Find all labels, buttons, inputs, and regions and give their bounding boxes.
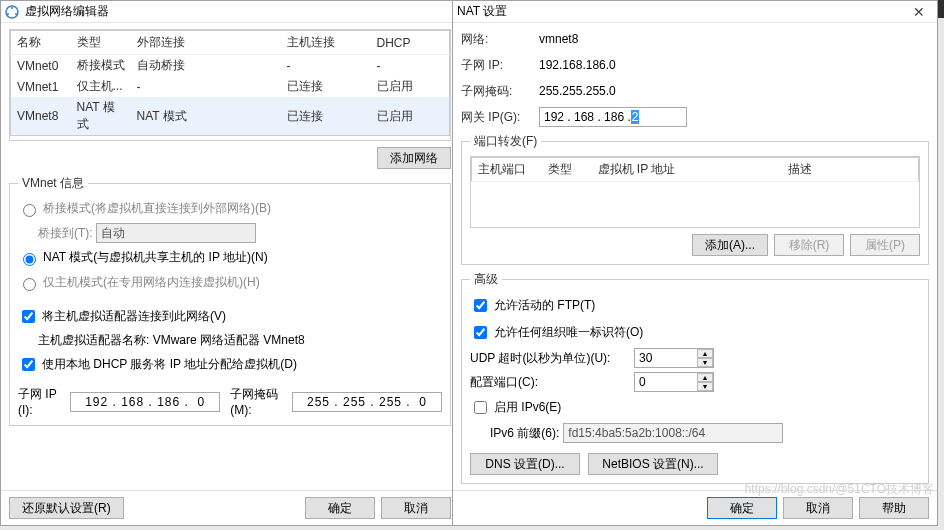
col-vmip[interactable]: 虚拟机 IP 地址 (592, 158, 782, 182)
subnet-mask-field[interactable] (292, 392, 442, 412)
advanced-group: 高级 允许活动的 FTP(T) 允许任何组织唯一标识符(O) UDP 超时(以秒… (461, 271, 929, 484)
col-host[interactable]: 主机连接 (281, 31, 371, 55)
table-row[interactable]: VMnet1仅主机...-已连接已启用 (11, 76, 450, 97)
subnet-mask-label: 子网掩码(M): (230, 386, 282, 417)
network-table[interactable]: 名称 类型 外部连接 主机连接 DHCP VMnet0桥接模式自动桥接-- VM… (9, 29, 451, 141)
gateway-label: 网关 IP(G): (461, 109, 533, 126)
pf-remove-button: 移除(R) (774, 234, 844, 256)
vmnet-info-legend: VMnet 信息 (18, 175, 88, 192)
ok-button[interactable]: 确定 (305, 497, 375, 519)
subnet-value: 192.168.186.0 (539, 58, 616, 72)
nat-settings-window: NAT 设置 ✕ 网络:vmnet8 子网 IP:192.168.186.0 子… (452, 0, 938, 526)
nat-cancel-button[interactable]: 取消 (783, 497, 853, 519)
app-icon (5, 5, 19, 19)
restore-defaults-button[interactable]: 还原默认设置(R) (9, 497, 124, 519)
nat-titlebar[interactable]: NAT 设置 ✕ (453, 1, 937, 23)
cancel-button[interactable]: 取消 (381, 497, 451, 519)
advanced-legend: 高级 (470, 271, 502, 288)
col-desc[interactable]: 描述 (782, 158, 919, 182)
svg-point-1 (11, 7, 13, 9)
nat-title: NAT 设置 (457, 3, 905, 20)
vnet-title: 虚拟网络编辑器 (25, 3, 455, 20)
table-row[interactable]: VMnet0桥接模式自动桥接-- (11, 55, 450, 77)
port-forward-table[interactable]: 主机端口 类型 虚拟机 IP 地址 描述 (470, 156, 920, 228)
udp-timeout-label: UDP 超时(以秒为单位)(U): (470, 350, 630, 367)
opt-nat[interactable]: NAT 模式(与虚拟机共享主机的 IP 地址)(N) (18, 249, 442, 266)
port-forward-group: 端口转发(F) 主机端口 类型 虚拟机 IP 地址 描述 添加(A)... 移除… (461, 133, 929, 265)
subnet-label: 子网 IP: (461, 57, 533, 74)
chk-enable-ipv6[interactable]: 启用 IPv6(E) (470, 398, 920, 417)
spin-buttons[interactable]: ▲▼ (697, 373, 713, 391)
nat-help-button[interactable]: 帮助 (859, 497, 929, 519)
pf-props-button: 属性(P) (850, 234, 920, 256)
opt-bridge[interactable]: 桥接模式(将虚拟机直接连接到外部网络)(B) (18, 200, 442, 217)
col-type[interactable]: 类型 (71, 31, 131, 55)
net-value: vmnet8 (539, 32, 578, 46)
vmnet-info-group: VMnet 信息 桥接模式(将虚拟机直接连接到外部网络)(B) 桥接到(T): … (9, 175, 451, 426)
pf-add-button[interactable]: 添加(A)... (692, 234, 768, 256)
col-name[interactable]: 名称 (11, 31, 71, 55)
bridge-to-label: 桥接到(T): (38, 226, 93, 240)
mask-value: 255.255.255.0 (539, 84, 616, 98)
net-label: 网络: (461, 31, 533, 48)
mask-label: 子网掩码: (461, 83, 533, 100)
add-network-button[interactable]: 添加网络 (377, 147, 451, 169)
ipv6-prefix-label: IPv6 前缀(6): (490, 425, 559, 442)
netbios-settings-button[interactable]: NetBIOS 设置(N)... (588, 453, 718, 475)
svg-point-2 (7, 13, 9, 15)
subnet-ip-field[interactable] (70, 392, 220, 412)
config-port-label: 配置端口(C): (470, 374, 630, 391)
port-forward-legend: 端口转发(F) (470, 133, 541, 150)
col-dhcp[interactable]: DHCP (371, 31, 450, 55)
chk-use-dhcp[interactable]: 使用本地 DHCP 服务将 IP 地址分配给虚拟机(D) (18, 355, 442, 374)
subnet-ip-label: 子网 IP (I): (18, 386, 60, 417)
adapter-name-label: 主机虚拟适配器名称: VMware 网络适配器 VMnet8 (38, 332, 442, 349)
chk-active-ftp[interactable]: 允许活动的 FTP(T) (470, 296, 920, 315)
gateway-ip-field[interactable]: 192 . 168 . 186 . 2 (539, 107, 687, 127)
bridge-to-field (96, 223, 256, 243)
col-hostport[interactable]: 主机端口 (472, 158, 542, 182)
vnet-titlebar[interactable]: 虚拟网络编辑器 (1, 1, 459, 23)
svg-point-3 (15, 13, 17, 15)
table-row[interactable]: VMnet8NAT 模式NAT 模式已连接已启用 (11, 97, 450, 136)
dns-settings-button[interactable]: DNS 设置(D)... (470, 453, 580, 475)
spin-buttons[interactable]: ▲▼ (697, 349, 713, 367)
close-icon[interactable]: ✕ (905, 4, 933, 20)
chk-connect-adapter[interactable]: 将主机虚拟适配器连接到此网络(V) (18, 307, 442, 326)
col-type2[interactable]: 类型 (542, 158, 592, 182)
vnet-editor-window: 虚拟网络编辑器 名称 类型 外部连接 主机连接 DHCP VMnet0桥接模式自… (0, 0, 460, 526)
opt-hostonly[interactable]: 仅主机模式(在专用网络内连接虚拟机)(H) (18, 274, 442, 291)
ipv6-prefix-field (563, 423, 783, 443)
chk-any-org[interactable]: 允许任何组织唯一标识符(O) (470, 323, 920, 342)
col-ext[interactable]: 外部连接 (131, 31, 281, 55)
nat-ok-button[interactable]: 确定 (707, 497, 777, 519)
